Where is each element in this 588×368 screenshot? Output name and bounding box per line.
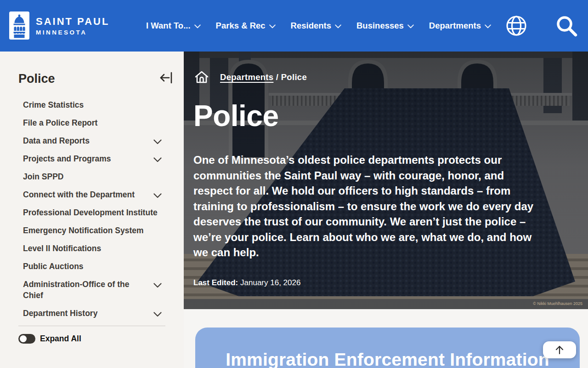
sidebar-item-emergency-notification-system[interactable]: Emergency Notification System	[23, 225, 162, 236]
sidebar-item-department-history[interactable]: Department History	[23, 308, 162, 319]
chevron-down-icon[interactable]	[153, 310, 162, 319]
sidebar-item-label: Public Auctions	[23, 261, 84, 272]
last-edited: Last Edited: January 16, 2026	[193, 278, 300, 288]
breadcrumb: Departments / Police	[193, 69, 307, 86]
search-button[interactable]	[555, 15, 579, 40]
nav-item-label: Parks & Rec	[216, 21, 266, 31]
expand-all-toggle[interactable]	[18, 334, 35, 344]
breadcrumb-current: Police	[281, 72, 307, 82]
sidebar-divider	[18, 326, 165, 326]
nav-item-label: Residents	[291, 21, 331, 31]
sidebar-item-public-auctions[interactable]: Public Auctions	[23, 261, 162, 272]
sidebar-item-label: Administration-Office of the Chief	[23, 279, 140, 301]
capitol-logo-icon	[9, 12, 29, 40]
sidebar-item-crime-statistics[interactable]: Crime Statistics	[23, 99, 162, 110]
sidebar-item-label: File a Police Report	[23, 117, 97, 128]
chevron-down-icon[interactable]	[153, 156, 162, 164]
sidebar-menu: Crime StatisticsFile a Police ReportData…	[23, 99, 162, 319]
main-content: Departments / Police Police One of Minne…	[184, 52, 588, 368]
sidebar-item-join-sppd[interactable]: Join SPPD	[23, 171, 162, 182]
breadcrumb-separator: /	[276, 72, 281, 82]
site-header: SAINT PAUL MINNESOTA I Want To...Parks &…	[0, 0, 588, 52]
sidebar-item-label: Join SPPD	[23, 171, 64, 182]
nav-item-departments[interactable]: Departments	[429, 21, 491, 31]
chevron-down-icon	[407, 21, 414, 31]
sidebar-item-label: Professional Development Institute	[23, 207, 158, 218]
logo-line2: MINNESOTA	[36, 29, 109, 36]
sidebar-item-data-and-reports[interactable]: Data and Reports	[23, 135, 162, 146]
sidebar-item-label: Connect with the Department	[23, 189, 135, 200]
scroll-to-top-button[interactable]	[543, 341, 576, 358]
section-sidebar: Police Crime StatisticsFile a Police Rep…	[0, 52, 184, 368]
search-icon	[555, 15, 579, 39]
last-edited-label: Last Edited:	[193, 278, 238, 287]
chevron-down-icon	[269, 21, 276, 31]
logo-line1: SAINT PAUL	[36, 16, 109, 28]
sidebar-item-label: Crime Statistics	[23, 99, 84, 110]
breadcrumb-link-departments[interactable]: Departments	[220, 72, 273, 82]
nav-item-i-want-to[interactable]: I Want To...	[146, 21, 201, 31]
sidebar-item-file-a-police-report[interactable]: File a Police Report	[23, 117, 162, 128]
chevron-down-icon	[485, 21, 491, 31]
page-title: Police	[193, 99, 279, 133]
sidebar-item-label: Level II Notifications	[23, 243, 101, 254]
chevron-down-icon	[194, 21, 201, 31]
collapse-sidebar-icon[interactable]	[159, 71, 173, 86]
language-globe-button[interactable]	[505, 15, 527, 39]
sidebar-item-label: Emergency Notification System	[23, 225, 144, 236]
sidebar-item-label: Data and Reports	[23, 135, 90, 146]
chevron-down-icon[interactable]	[153, 192, 162, 200]
nav-item-residents[interactable]: Residents	[291, 21, 341, 31]
nav-item-parks-rec[interactable]: Parks & Rec	[216, 21, 276, 31]
expand-all-label: Expand All	[40, 334, 81, 344]
sidebar-item-label: Department History	[23, 308, 97, 319]
sidebar-item-connect-with-the-department[interactable]: Connect with the Department	[23, 189, 162, 200]
nav-item-businesses[interactable]: Businesses	[356, 21, 414, 31]
card-title: Immigration Enforcement Information	[195, 350, 580, 368]
hero-banner: Departments / Police Police One of Minne…	[184, 52, 588, 309]
sidebar-item-professional-development-institute[interactable]: Professional Development Institute	[23, 207, 162, 218]
nav-item-label: Departments	[429, 21, 481, 31]
arrow-up-icon	[554, 345, 565, 355]
nav-item-label: Businesses	[356, 21, 404, 31]
chevron-down-icon[interactable]	[153, 282, 162, 290]
sidebar-item-label: Projects and Programs	[23, 153, 111, 164]
chevron-down-icon[interactable]	[153, 138, 162, 146]
sidebar-item-administration-office-of-the-chief[interactable]: Administration-Office of the Chief	[23, 279, 162, 301]
chevron-down-icon	[335, 21, 341, 31]
site-logo[interactable]: SAINT PAUL MINNESOTA	[9, 12, 109, 40]
photo-credit: © Nikki Muehlhausen 2025	[533, 301, 582, 306]
sidebar-item-level-ii-notifications[interactable]: Level II Notifications	[23, 243, 162, 254]
logo-text: SAINT PAUL MINNESOTA	[36, 16, 109, 36]
sidebar-title: Police	[18, 72, 55, 86]
nav-item-label: I Want To...	[146, 21, 191, 31]
page-description: One of Minnesota’s oldest police departm…	[193, 152, 543, 260]
last-edited-date: January 16, 2026	[238, 278, 300, 287]
home-icon[interactable]	[193, 69, 210, 86]
immigration-info-card[interactable]: Immigration Enforcement Information	[195, 328, 580, 368]
primary-nav: I Want To...Parks & RecResidentsBusiness…	[146, 0, 491, 52]
toggle-knob	[20, 335, 27, 342]
sidebar-item-projects-and-programs[interactable]: Projects and Programs	[23, 153, 162, 164]
globe-icon	[505, 15, 527, 37]
